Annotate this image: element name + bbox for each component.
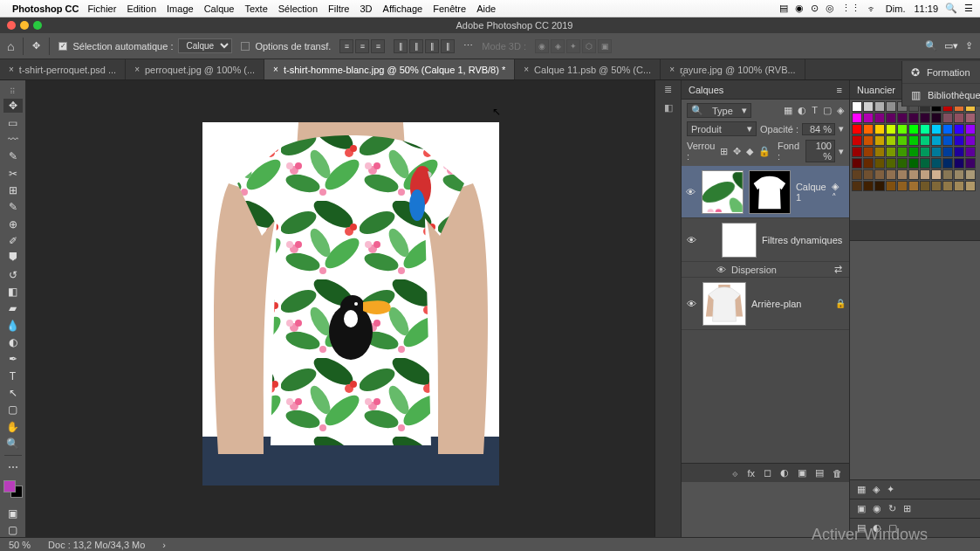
swatch[interactable]	[852, 135, 862, 146]
marquee-tool[interactable]: ▭	[3, 115, 23, 129]
type-tool[interactable]: T	[3, 369, 23, 383]
menu-selection[interactable]: Sélection	[278, 3, 318, 14]
screen-mode-button[interactable]: ▢	[3, 523, 23, 537]
heal-tool[interactable]: ⊕	[3, 217, 23, 231]
tab[interactable]: ×perroquet.jpg @ 100% (...	[126, 59, 264, 79]
close-icon[interactable]: ×	[9, 65, 14, 74]
swatch[interactable]	[931, 169, 942, 180]
tab[interactable]: ×Calque 11.psb @ 50% (C...	[515, 59, 661, 79]
swatch[interactable]	[886, 169, 896, 180]
swatch[interactable]	[954, 147, 964, 157]
panel-icon[interactable]: ✦	[887, 484, 894, 495]
layer-thumb[interactable]	[702, 170, 744, 214]
trash-icon[interactable]: 🗑	[833, 468, 842, 479]
lock-icon[interactable]: 🔒	[835, 299, 846, 308]
app-name[interactable]: Photoshop CC	[12, 3, 79, 14]
chevron-right-icon[interactable]: ›	[162, 540, 166, 550]
swatch[interactable]	[965, 169, 976, 180]
swatch[interactable]	[931, 147, 942, 157]
panel-icon[interactable]: ⊞	[903, 503, 911, 514]
blend-mode-select[interactable]: Produit▾	[687, 121, 757, 136]
swatch[interactable]	[942, 135, 953, 146]
blur-tool[interactable]: 💧	[3, 318, 23, 332]
filter-pixel-icon[interactable]: ▦	[784, 105, 792, 116]
layer-name[interactable]: Calque 1	[796, 182, 826, 203]
swatch[interactable]	[965, 147, 976, 157]
menu-edition[interactable]: Edition	[127, 3, 156, 14]
swatch[interactable]	[908, 181, 919, 191]
swatch[interactable]	[954, 113, 964, 123]
swatch[interactable]	[942, 158, 953, 169]
collapsed-panel-icon[interactable]: ≣	[664, 84, 672, 95]
search-icon[interactable]: 🔍	[945, 3, 957, 14]
menubar-icon[interactable]: ◉	[795, 3, 804, 14]
auto-select-checkbox[interactable]: ✓	[58, 42, 67, 51]
zoom-window-button[interactable]	[33, 21, 42, 30]
panel-tab-calques[interactable]: × Calques ≡	[682, 80, 849, 100]
adjustment-layer-icon[interactable]: ◐	[780, 467, 789, 479]
wifi-icon[interactable]: ᯤ	[867, 3, 877, 14]
swatch[interactable]	[908, 113, 919, 123]
swatch[interactable]	[965, 113, 976, 123]
menu-fichier[interactable]: Fichier	[87, 3, 116, 14]
layer-row-background[interactable]: 👁 Arrière-plan 🔒	[682, 278, 849, 330]
pen-tool[interactable]: ✒	[3, 352, 23, 366]
close-icon[interactable]: ×	[524, 65, 529, 74]
path-select-tool[interactable]: ↖	[3, 386, 23, 400]
collapsed-panel-icon[interactable]: ◧	[664, 102, 673, 114]
swatch[interactable]	[874, 101, 885, 112]
eraser-tool[interactable]: ◧	[3, 285, 23, 299]
menu-affichage[interactable]: Affichage	[383, 3, 423, 14]
swatch[interactable]	[920, 135, 930, 146]
quick-mask-button[interactable]: ▣	[3, 506, 23, 520]
swatch[interactable]	[874, 124, 885, 134]
swatch[interactable]	[897, 169, 908, 180]
swatch[interactable]	[965, 158, 976, 169]
effect-settings-icon[interactable]: ⇄	[834, 264, 842, 275]
lasso-tool[interactable]: 〰	[3, 133, 23, 147]
move-tool[interactable]: ✥	[3, 99, 23, 113]
swatch[interactable]	[863, 113, 874, 123]
collapsed-panel-strip[interactable]: ≣ ◧	[654, 80, 681, 537]
align-icon[interactable]: ‖	[441, 39, 455, 53]
side-panel-formation[interactable]: ✪Formation	[902, 61, 980, 84]
swatch[interactable]	[931, 181, 942, 191]
close-icon[interactable]: ×	[134, 65, 140, 74]
foreground-color[interactable]	[3, 480, 16, 492]
swatch[interactable]	[852, 124, 862, 134]
swatch[interactable]	[874, 181, 885, 191]
swatch[interactable]	[942, 169, 953, 180]
swatch[interactable]	[886, 147, 896, 157]
swatch[interactable]	[931, 124, 942, 134]
menu-image[interactable]: Image	[167, 3, 194, 14]
side-panel-bibliotheques[interactable]: ▥Bibliothèques	[902, 84, 980, 107]
swatch[interactable]	[965, 124, 976, 134]
share-icon[interactable]: ⇪	[965, 40, 973, 52]
swatch[interactable]	[874, 135, 885, 146]
swatch[interactable]	[942, 147, 953, 157]
swatch[interactable]	[920, 169, 930, 180]
layer-row[interactable]: 👁 Calque 1 ◈ ˄	[682, 166, 849, 218]
opacity-field[interactable]: 84 %	[802, 123, 835, 135]
menu-filtre[interactable]: Filtre	[328, 3, 349, 14]
history-brush-tool[interactable]: ↺	[3, 267, 23, 281]
panel-icon[interactable]: ▣	[857, 503, 866, 514]
hand-tool[interactable]: ✋	[3, 420, 23, 434]
align-icon[interactable]: ‖	[394, 39, 408, 53]
layer-style-icon[interactable]: fx	[747, 468, 755, 479]
link-layers-icon[interactable]: ⟐	[732, 468, 738, 479]
layer-mask-thumb[interactable]	[749, 170, 791, 214]
swatch[interactable]	[908, 124, 919, 134]
panel-icon[interactable]: ◉	[873, 503, 881, 514]
align-icon[interactable]: ≡	[355, 39, 369, 53]
swatch[interactable]	[852, 158, 862, 169]
layer-name[interactable]: Arrière-plan	[751, 299, 830, 309]
layer-mask-icon[interactable]: ◻	[764, 467, 771, 479]
gradient-tool[interactable]: ▰	[3, 301, 23, 315]
swatch[interactable]	[897, 181, 908, 191]
swatch[interactable]	[863, 158, 874, 169]
visibility-icon[interactable]: 👁	[685, 187, 696, 197]
panel-close-icon[interactable]: ×	[681, 70, 686, 79]
auto-select-target[interactable]: Calque	[178, 38, 232, 53]
swatch[interactable]	[886, 101, 896, 112]
